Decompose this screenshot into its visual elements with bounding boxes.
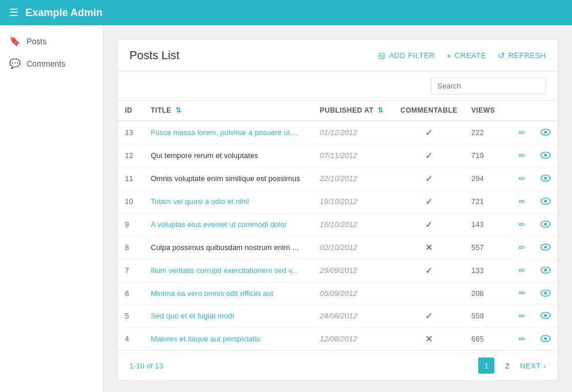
- cell-view[interactable]: [533, 167, 558, 190]
- edit-icon[interactable]: ✏: [518, 288, 526, 298]
- menu-icon[interactable]: ☰: [9, 6, 18, 19]
- cell-title[interactable]: A voluptas eius eveniet ut commodi dolor: [144, 213, 313, 236]
- cell-title[interactable]: Sed quo et et fugiat modi: [144, 305, 313, 328]
- edit-icon[interactable]: ✏: [518, 151, 526, 160]
- eye-icon[interactable]: [540, 266, 551, 275]
- svg-point-15: [544, 291, 547, 294]
- edit-icon[interactable]: ✏: [518, 220, 526, 229]
- eye-icon[interactable]: [540, 174, 551, 183]
- eye-icon[interactable]: [540, 151, 551, 160]
- cell-title: Culpa possimus quibusdam nostrum enim ..…: [144, 236, 313, 259]
- cell-view[interactable]: [533, 305, 558, 328]
- edit-icon[interactable]: ✏: [518, 174, 526, 183]
- cell-title[interactable]: Illum veritatis corrupti exercitationem …: [144, 259, 313, 282]
- cell-edit[interactable]: ✏: [510, 167, 533, 190]
- edit-icon[interactable]: ✏: [518, 243, 526, 252]
- cell-commentable: ✓: [394, 167, 464, 190]
- cell-title: Omnis voluptate enim similique est possi…: [144, 167, 313, 190]
- cell-title: Qui tempore rerum et voluptates: [144, 144, 313, 167]
- sidebar-item-comments[interactable]: 💬 Comments: [0, 52, 103, 75]
- cell-edit[interactable]: ✏: [510, 190, 533, 213]
- check-icon: ✓: [425, 266, 433, 275]
- cell-title[interactable]: Maiores et itaque aut perspiciatis: [144, 328, 313, 351]
- cell-id: 5: [118, 305, 144, 328]
- comments-icon: 💬: [9, 58, 21, 69]
- cell-published-at: 16/10/2012: [313, 213, 394, 236]
- svg-point-5: [544, 177, 547, 180]
- cell-view[interactable]: [533, 236, 558, 259]
- cell-id: 13: [118, 121, 144, 144]
- col-header-title[interactable]: TITLE ⇅: [144, 101, 313, 121]
- cross-icon: ✕: [425, 243, 433, 252]
- cell-view[interactable]: [533, 190, 558, 213]
- cell-view[interactable]: [533, 282, 558, 305]
- cell-id: 10: [118, 190, 144, 213]
- cell-view[interactable]: [533, 144, 558, 167]
- panel-title: Posts List: [129, 49, 378, 62]
- cell-views: 143: [464, 213, 510, 236]
- eye-icon[interactable]: [540, 334, 551, 344]
- cell-views: 685: [464, 328, 510, 351]
- page-2-button[interactable]: 2: [499, 358, 515, 374]
- cell-views: 222: [464, 121, 510, 144]
- cell-commentable: ✕: [394, 328, 464, 351]
- add-filter-button[interactable]: ⊟ ADD FILTER: [378, 51, 434, 61]
- app-layout: 🔖 Posts 💬 Comments Posts List ⊟ ADD FILT…: [0, 25, 572, 392]
- col-published-label: PUBLISHED AT: [320, 106, 373, 114]
- cell-views: 559: [464, 305, 510, 328]
- cell-edit[interactable]: ✏: [510, 236, 533, 259]
- cell-title[interactable]: Fusce massa lorem, pulvinar a posuere ut…: [144, 121, 313, 144]
- page-1-button[interactable]: 1: [478, 358, 494, 374]
- cell-published-at: 29/09/2012: [313, 259, 394, 282]
- edit-icon[interactable]: ✏: [518, 334, 526, 344]
- cell-published-at: 22/10/2012: [313, 167, 394, 190]
- edit-icon[interactable]: ✏: [518, 311, 526, 321]
- edit-icon[interactable]: ✏: [518, 197, 526, 206]
- create-button[interactable]: + CREATE: [447, 51, 486, 60]
- cell-edit[interactable]: ✏: [510, 213, 533, 236]
- cell-view[interactable]: [533, 121, 558, 144]
- cell-edit[interactable]: ✏: [510, 121, 533, 144]
- search-bar: [118, 72, 558, 101]
- cell-view[interactable]: [533, 213, 558, 236]
- posts-panel: Posts List ⊟ ADD FILTER + CREATE ↺ REFRE…: [117, 39, 558, 381]
- col-header-edit: [510, 101, 533, 121]
- posts-icon: 🔖: [9, 36, 21, 47]
- search-input[interactable]: [431, 78, 546, 94]
- cell-edit[interactable]: ✏: [510, 144, 533, 167]
- eye-icon[interactable]: [540, 128, 551, 137]
- edit-icon[interactable]: ✏: [518, 266, 526, 275]
- eye-icon[interactable]: [540, 220, 551, 229]
- pagination: 1-10 of 13 1 2 NEXT ›: [118, 350, 558, 381]
- next-button[interactable]: NEXT ›: [520, 362, 546, 370]
- eye-icon[interactable]: [540, 289, 551, 298]
- table-row: 13Fusce massa lorem, pulvinar a posuere …: [118, 121, 558, 144]
- svg-point-7: [544, 200, 547, 203]
- cell-id: 7: [118, 259, 144, 282]
- eye-icon[interactable]: [540, 243, 551, 252]
- topbar: ☰ Example Admin: [0, 0, 572, 25]
- svg-point-19: [544, 337, 547, 340]
- sidebar-item-posts[interactable]: 🔖 Posts: [0, 30, 103, 52]
- cell-edit[interactable]: ✏: [510, 282, 533, 305]
- refresh-button[interactable]: ↺ REFRESH: [498, 51, 546, 61]
- eye-icon[interactable]: [540, 197, 551, 206]
- cell-view[interactable]: [533, 328, 558, 351]
- cell-commentable: [394, 282, 464, 305]
- col-header-published[interactable]: PUBLISHED AT ⇅: [313, 101, 394, 121]
- next-label: NEXT: [520, 362, 541, 370]
- cell-title[interactable]: Minima ea vero omnis odit officiis aut: [144, 282, 313, 305]
- svg-point-1: [544, 131, 547, 134]
- cell-view[interactable]: [533, 259, 558, 282]
- cell-title[interactable]: Totam vel quasi a odio et nihil: [144, 190, 313, 213]
- cell-edit[interactable]: ✏: [510, 259, 533, 282]
- edit-icon[interactable]: ✏: [518, 128, 526, 137]
- cell-views: 557: [464, 236, 510, 259]
- table-row: 5Sed quo et et fugiat modi24/08/2012✓559…: [118, 305, 558, 328]
- check-icon: ✓: [425, 197, 433, 206]
- col-header-id: ID: [118, 101, 144, 121]
- cell-edit[interactable]: ✏: [510, 328, 533, 351]
- cell-edit[interactable]: ✏: [510, 305, 533, 328]
- check-icon: ✓: [425, 151, 433, 160]
- eye-icon[interactable]: [540, 311, 551, 321]
